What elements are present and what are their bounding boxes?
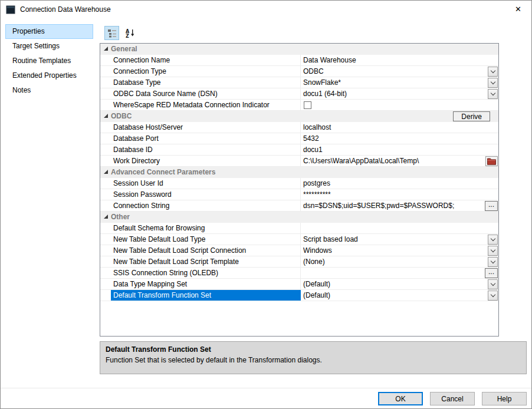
dropdown-button[interactable] [488, 257, 498, 267]
property-row-new-table-default-load-script-template: New Table Default Load Script Template(N… [100, 256, 498, 268]
row-gutter [100, 268, 111, 278]
dropdown-button[interactable] [488, 279, 498, 289]
category-label: ODBC [111, 111, 132, 122]
property-value[interactable]: postgres [301, 178, 498, 189]
sidebar-item-target-settings[interactable]: Target Settings [5, 39, 93, 54]
property-label[interactable]: Work Directory [111, 156, 301, 166]
footer-buttons: OK Cancel Help [378, 392, 527, 405]
checkbox[interactable] [304, 101, 311, 109]
category-label: Advanced Connect Parameters [111, 167, 215, 178]
row-gutter [100, 279, 111, 289]
property-row-new-table-default-load-type: New Table Default Load TypeScript based … [100, 234, 498, 245]
row-gutter [100, 122, 111, 133]
browse-ellipsis-button[interactable]: ... [485, 201, 498, 211]
property-row-database-id: Database IDdocu1 [100, 144, 498, 156]
property-value[interactable] [301, 100, 498, 110]
cancel-button[interactable]: Cancel [430, 392, 475, 405]
row-gutter [100, 100, 111, 110]
property-value[interactable]: (Default) [301, 290, 498, 301]
dropdown-button[interactable] [488, 78, 498, 88]
dropdown-button[interactable] [488, 89, 498, 99]
value-text: SnowFlake* [303, 77, 488, 88]
property-label[interactable]: WhereScape RED Metadata Connection Indic… [111, 100, 301, 110]
property-row-ssis-connection-string-oledb: SSIS Connection String (OLEDB)... [100, 268, 498, 279]
row-gutter [100, 189, 111, 200]
property-label[interactable]: Connection Type [111, 66, 301, 77]
property-value[interactable] [301, 223, 498, 233]
sidebar-item-routine-templates[interactable]: Routine Templates [5, 54, 93, 68]
value-text: dsn=$DSN$;uid=$USER$;pwd=$PASSWORD$; [303, 200, 485, 211]
chevron-down-icon [490, 258, 495, 263]
property-label[interactable]: Connection String [111, 200, 301, 211]
property-label[interactable]: Database Type [111, 77, 301, 88]
property-value[interactable]: ODBC [301, 66, 498, 77]
property-label[interactable]: New Table Default Load Script Template [111, 256, 301, 267]
property-value[interactable]: docu1 (64-bit) [301, 88, 498, 99]
sidebar-item-notes[interactable]: Notes [5, 83, 93, 98]
category-expand-triangle-icon[interactable] [104, 170, 108, 174]
property-value[interactable]: SnowFlake* [301, 77, 498, 88]
property-label[interactable]: Database Port [111, 133, 301, 144]
property-value[interactable]: Windows [301, 245, 498, 256]
connection-data-warehouse-dialog: Connection Data Warehouse ✕ PropertiesTa… [0, 0, 532, 409]
property-label[interactable]: SSIS Connection String (OLEDB) [111, 268, 301, 278]
property-value[interactable]: (None) [301, 256, 498, 267]
dropdown-button[interactable] [488, 67, 498, 77]
categorized-view-button[interactable] [104, 26, 119, 40]
browse-ellipsis-button[interactable]: ... [485, 268, 498, 278]
description-panel: Default Transform Function Set Function … [100, 341, 527, 374]
row-gutter [100, 144, 111, 155]
category-expand-triangle-icon[interactable] [104, 215, 108, 219]
property-value[interactable]: Script based load [301, 234, 498, 245]
help-button[interactable]: Help [482, 392, 527, 405]
property-label[interactable]: Default Schema for Browsing [111, 223, 301, 233]
alphabetical-sort-button[interactable]: A Z [122, 26, 137, 40]
property-value[interactable]: C:\Users\Wara\AppData\Local\Temp\ [301, 156, 498, 166]
property-label[interactable]: New Table Default Load Type [111, 234, 301, 245]
row-gutter [100, 88, 111, 99]
footer-separator [1, 388, 531, 388]
property-label[interactable]: Data Type Mapping Set [111, 279, 301, 289]
sidebar-item-properties[interactable]: Properties [5, 24, 93, 39]
row-gutter [100, 200, 111, 211]
derive-button[interactable]: Derive [453, 111, 490, 121]
property-row-connection-type: Connection TypeODBC [100, 66, 498, 77]
property-label[interactable]: Connection Name [111, 55, 301, 65]
category-row-other[interactable]: Other [100, 212, 498, 223]
titlebar: Connection Data Warehouse ✕ [1, 1, 531, 18]
row-gutter [100, 55, 111, 65]
property-value[interactable]: dsn=$DSN$;uid=$USER$;pwd=$PASSWORD$;... [301, 200, 498, 211]
property-label[interactable]: Database ID [111, 144, 301, 155]
folder-browse-button[interactable] [485, 156, 498, 166]
dropdown-button[interactable] [488, 291, 498, 301]
property-label[interactable]: Session User Id [111, 178, 301, 189]
property-value[interactable]: ********** [301, 189, 498, 200]
property-label[interactable]: Database Host/Server [111, 122, 301, 133]
category-expand-triangle-icon[interactable] [104, 114, 108, 118]
dropdown-button[interactable] [488, 246, 498, 256]
property-row-default-transform-function-set: Default Transform Function Set(Default) [100, 290, 498, 301]
property-value[interactable]: docu1 [301, 144, 498, 155]
category-row-advanced-connect-parameters[interactable]: Advanced Connect Parameters [100, 167, 498, 178]
property-label[interactable]: ODBC Data Source Name (DSN) [111, 88, 301, 99]
row-gutter [100, 234, 111, 245]
ok-button[interactable]: OK [378, 392, 423, 405]
close-button[interactable]: ✕ [505, 1, 531, 18]
property-value[interactable]: ... [301, 268, 498, 278]
property-label[interactable]: New Table Default Load Script Connection [111, 245, 301, 256]
property-value[interactable]: Data Warehouse [301, 55, 498, 65]
property-row-connection-name: Connection NameData Warehouse [100, 55, 498, 66]
property-value[interactable]: 5432 [301, 133, 498, 144]
property-row-default-schema-for-browsing: Default Schema for Browsing [100, 223, 498, 234]
category-row-general[interactable]: General [100, 44, 498, 55]
sidebar-item-extended-properties[interactable]: Extended Properties [5, 68, 93, 83]
description-text: Function Set that is selected by default… [106, 356, 521, 364]
category-row-odbc[interactable]: ODBCDerive [100, 111, 498, 122]
category-expand-triangle-icon[interactable] [104, 47, 108, 51]
property-value[interactable]: localhost [301, 122, 498, 133]
property-label[interactable]: Session Password [111, 189, 301, 200]
property-value[interactable]: (Default) [301, 279, 498, 289]
property-label[interactable]: Default Transform Function Set [111, 290, 301, 301]
value-text: Script based load [303, 234, 488, 245]
dropdown-button[interactable] [488, 235, 498, 245]
